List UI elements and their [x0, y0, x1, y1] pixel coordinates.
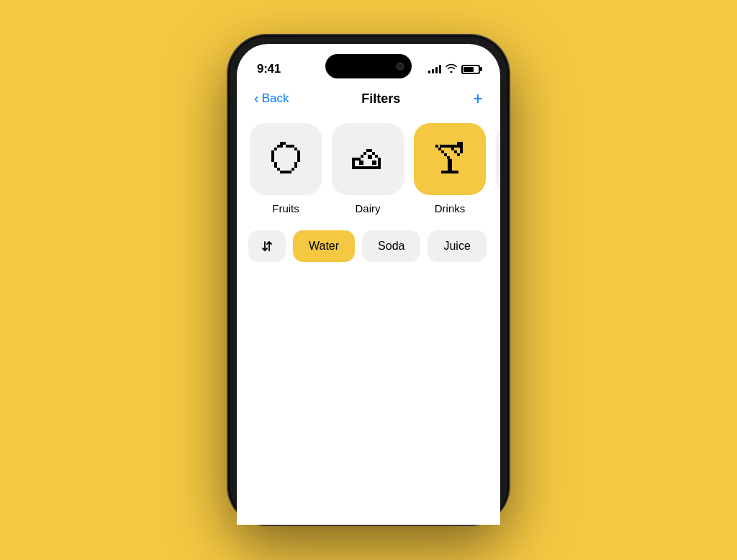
pill-soda-label: Soda	[378, 240, 404, 253]
svg-rect-54	[435, 145, 438, 148]
svg-rect-15	[294, 162, 297, 165]
category-label-drinks: Drinks	[435, 202, 466, 214]
svg-rect-72	[448, 165, 452, 168]
back-chevron-icon: ‹	[254, 90, 259, 107]
svg-rect-69	[440, 145, 443, 148]
svg-rect-42	[378, 158, 381, 161]
svg-rect-71	[448, 162, 452, 165]
svg-rect-59	[448, 145, 451, 148]
svg-rect-58	[447, 156, 450, 159]
svg-rect-5	[294, 148, 297, 150]
svg-rect-63	[460, 145, 463, 148]
svg-rect-36	[369, 166, 372, 169]
svg-rect-21	[283, 171, 286, 173]
svg-rect-52	[368, 155, 372, 159]
svg-rect-25	[286, 145, 289, 148]
category-item-drinks[interactable]: Drinks	[414, 123, 486, 214]
svg-rect-17	[294, 165, 297, 168]
svg-rect-65	[454, 145, 457, 148]
sort-button[interactable]	[248, 230, 286, 262]
svg-rect-33	[361, 166, 363, 169]
category-icon-box-dairy	[332, 123, 404, 195]
pill-soda[interactable]: Soda	[362, 230, 420, 262]
category-label-fruits: Fruits	[272, 202, 299, 214]
svg-rect-1	[283, 142, 286, 145]
svg-rect-46	[366, 149, 369, 152]
back-label: Back	[262, 91, 289, 106]
svg-rect-8	[271, 153, 274, 156]
svg-rect-62	[457, 153, 460, 156]
category-item-dairy[interactable]: Dairy	[332, 123, 404, 214]
pill-water[interactable]: Water	[293, 230, 355, 262]
svg-rect-26	[289, 145, 291, 148]
svg-rect-68	[443, 145, 446, 148]
svg-rect-49	[358, 158, 361, 161]
battery-icon	[461, 65, 480, 74]
svg-rect-29	[352, 163, 355, 166]
svg-rect-77	[460, 148, 463, 150]
dynamic-island-camera	[396, 62, 404, 71]
svg-rect-48	[361, 155, 363, 158]
svg-rect-19	[291, 168, 294, 171]
categories-scroll: Fruits	[237, 117, 500, 226]
svg-rect-50	[355, 158, 358, 161]
svg-rect-14	[274, 162, 277, 165]
svg-rect-67	[446, 145, 448, 148]
svg-rect-2	[277, 145, 280, 148]
svg-rect-56	[441, 150, 444, 153]
category-icon-box-sweets	[496, 123, 500, 195]
svg-rect-57	[444, 153, 447, 156]
svg-rect-23	[289, 171, 291, 173]
category-label-dairy: Dairy	[355, 202, 380, 214]
svg-rect-30	[352, 166, 355, 169]
svg-rect-61	[454, 150, 457, 153]
pill-water-label: Water	[309, 240, 339, 253]
filter-pills: Water Soda Juice	[237, 226, 500, 266]
svg-rect-43	[375, 155, 378, 158]
svg-rect-7	[297, 150, 300, 153]
svg-rect-24	[280, 145, 283, 148]
svg-rect-13	[297, 159, 300, 162]
category-icon-box-drinks	[414, 123, 486, 195]
svg-rect-39	[378, 166, 381, 169]
svg-rect-31	[355, 166, 358, 169]
page-title: Filters	[361, 91, 400, 107]
category-item-sweets[interactable]: Sweets	[496, 123, 500, 214]
svg-rect-6	[271, 150, 274, 153]
svg-rect-38	[375, 166, 378, 169]
svg-rect-75	[457, 142, 460, 145]
svg-rect-3	[291, 145, 294, 148]
svg-rect-40	[378, 163, 381, 166]
svg-rect-27	[352, 158, 355, 161]
svg-rect-45	[369, 149, 372, 152]
svg-rect-34	[363, 166, 366, 169]
svg-rect-55	[438, 148, 441, 150]
svg-rect-10	[271, 156, 274, 159]
svg-rect-73	[448, 168, 452, 171]
svg-rect-11	[297, 156, 300, 159]
svg-rect-76	[460, 142, 463, 145]
svg-rect-9	[297, 153, 300, 156]
svg-rect-16	[274, 165, 277, 168]
status-icons	[428, 63, 480, 75]
svg-rect-35	[366, 166, 369, 169]
category-icon-box-fruits	[250, 123, 322, 195]
nav-bar: ‹ Back Filters +	[237, 83, 500, 117]
svg-rect-41	[378, 161, 381, 163]
back-button[interactable]: ‹ Back	[254, 91, 289, 107]
svg-rect-47	[363, 152, 366, 155]
phone-wrapper: 9:41	[228, 35, 509, 525]
svg-rect-74	[441, 171, 458, 173]
svg-rect-0	[280, 142, 283, 145]
pill-juice[interactable]: Juice	[428, 230, 486, 262]
category-item-fruits[interactable]: Fruits	[250, 123, 322, 214]
svg-rect-66	[451, 145, 454, 148]
svg-rect-18	[277, 168, 280, 171]
svg-rect-28	[352, 161, 355, 163]
dynamic-island	[325, 54, 412, 78]
add-button[interactable]: +	[473, 89, 483, 109]
svg-rect-12	[271, 159, 274, 162]
svg-rect-44	[372, 152, 375, 155]
sort-icon	[259, 238, 275, 254]
svg-rect-64	[457, 145, 460, 148]
